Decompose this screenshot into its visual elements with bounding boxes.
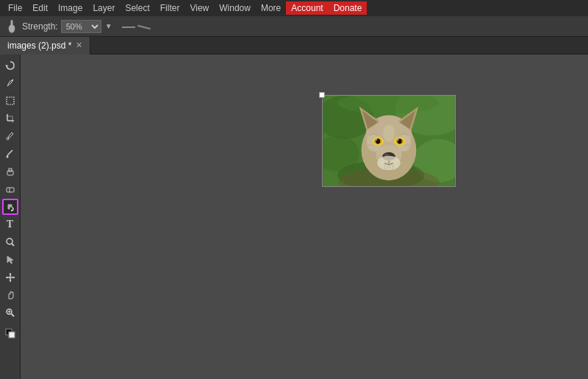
canvas-image-container[interactable]: [322, 95, 456, 187]
magnify-tool[interactable]: [2, 234, 18, 250]
menu-account[interactable]: Account: [286, 1, 328, 15]
svg-rect-28: [9, 332, 15, 338]
canvas-image: [322, 95, 456, 187]
tabs-bar: images (2).psd * ✕: [0, 37, 588, 54]
hand-tool[interactable]: [2, 287, 18, 303]
svg-rect-1: [11, 20, 13, 26]
canvas-corner-tl: [319, 92, 325, 98]
pen-tool[interactable]: [2, 75, 18, 91]
crop-tool[interactable]: [2, 110, 18, 127]
menu-file[interactable]: File: [3, 1, 27, 15]
svg-line-24: [11, 314, 14, 317]
menu-more[interactable]: More: [256, 1, 286, 15]
left-toolbar: T: [0, 54, 21, 379]
dropdown-arrow-icon: ▼: [101, 19, 116, 34]
menu-image[interactable]: Image: [53, 1, 87, 15]
brush-icon: [4, 19, 19, 34]
svg-marker-20: [9, 280, 11, 283]
select-tool[interactable]: [2, 252, 18, 268]
strength-select[interactable]: 50% 25% 75% 100%: [61, 20, 101, 33]
menu-select[interactable]: Select: [120, 1, 154, 15]
svg-marker-22: [12, 277, 15, 279]
strength-label: Strength:: [22, 21, 58, 32]
foreground-color-tool[interactable]: [2, 325, 18, 341]
svg-rect-12: [7, 188, 14, 192]
paint-bucket-tool[interactable]: [2, 199, 18, 215]
line-icon: [122, 26, 135, 28]
line2-icon: [137, 25, 151, 30]
tab-label: images (2).psd *: [7, 40, 71, 51]
svg-marker-19: [9, 273, 11, 275]
main-area: T: [0, 54, 588, 379]
menu-bar: File Edit Image Layer Select Filter View…: [0, 0, 588, 16]
tab-images[interactable]: images (2).psd * ✕: [0, 37, 90, 54]
text-tool[interactable]: T: [2, 216, 18, 233]
tab-close-button[interactable]: ✕: [76, 41, 82, 49]
canvas-area[interactable]: [21, 54, 588, 379]
svg-point-9: [6, 156, 8, 158]
svg-point-45: [376, 139, 377, 141]
menu-window[interactable]: Window: [214, 1, 256, 15]
svg-marker-21: [6, 277, 8, 279]
menu-edit[interactable]: Edit: [27, 1, 53, 15]
lasso-tool[interactable]: [2, 57, 18, 74]
options-toolbar: Strength: 50% 25% 75% 100% ▼: [0, 16, 588, 37]
move-tool[interactable]: [2, 269, 18, 286]
svg-point-49: [398, 139, 399, 141]
eraser-tool[interactable]: [2, 181, 18, 197]
eyedropper-tool[interactable]: [2, 128, 18, 144]
stamp-tool[interactable]: [2, 163, 18, 180]
svg-point-2: [11, 80, 12, 82]
menu-filter[interactable]: Filter: [155, 1, 185, 15]
brush-tool[interactable]: [2, 146, 18, 162]
svg-line-16: [12, 244, 14, 246]
svg-point-15: [7, 238, 12, 244]
menu-layer[interactable]: Layer: [87, 1, 120, 15]
svg-point-39: [383, 124, 395, 142]
svg-point-53: [384, 154, 387, 156]
menu-donate[interactable]: Donate: [329, 1, 368, 15]
svg-rect-3: [7, 97, 14, 105]
marquee-tool[interactable]: [2, 93, 18, 109]
menu-view[interactable]: View: [184, 1, 214, 15]
svg-point-14: [10, 210, 12, 211]
zoom-tool[interactable]: [2, 305, 18, 321]
